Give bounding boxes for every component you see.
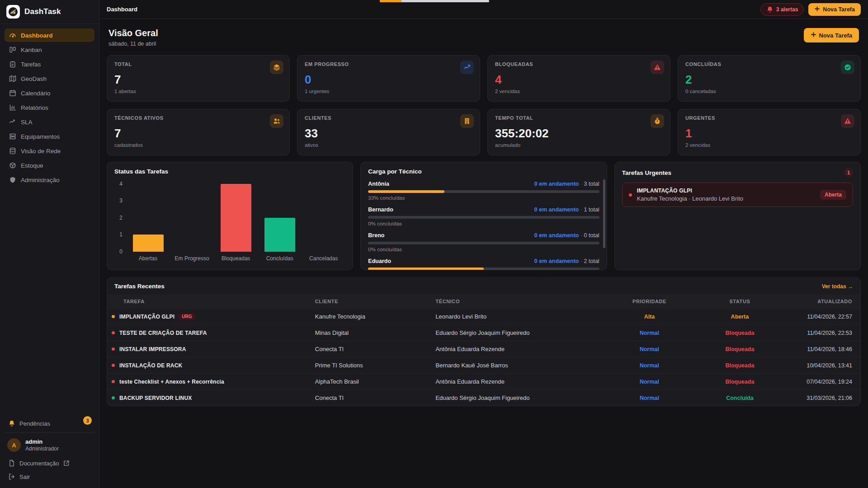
em-andamento-value: 0 em andamento xyxy=(534,206,579,213)
sidebar-item-label: GeoDash xyxy=(21,75,47,82)
status-chart-panel: Status das Tarefas 01234 AbertasEm Progr… xyxy=(107,162,353,270)
updated-cell: 10/04/2026, 13:41 xyxy=(785,357,860,374)
status-dot xyxy=(112,380,115,383)
server-icon xyxy=(9,133,16,140)
status-cell: Concluída xyxy=(694,390,785,406)
stat-card: TEMPO TOTAL355:20:02acumulado xyxy=(487,109,670,155)
recent-tasks-panel: Tarefas Recentes Ver todas → TAREFACLIEN… xyxy=(107,277,861,406)
sidebar-item-tarefas[interactable]: Tarefas xyxy=(5,57,94,71)
total-value: 3 total xyxy=(584,181,599,187)
user-profile[interactable]: A admin Administrador xyxy=(5,433,94,456)
app-logo[interactable]: DashTask xyxy=(0,0,99,24)
table-row[interactable]: TESTE DE CRIAÇÃO DE TAREFAMinas DigitalE… xyxy=(107,325,860,341)
sidebar-item-label: SLA xyxy=(21,119,33,126)
bell-icon xyxy=(8,420,15,427)
client-cell: Conecta TI xyxy=(311,341,431,357)
kanban-icon xyxy=(9,46,16,53)
sidebar-item-documentacao[interactable]: Documentação xyxy=(5,456,94,470)
em-andamento-value: 0 em andamento xyxy=(534,181,579,187)
sidebar-item-sair[interactable]: Sair xyxy=(5,470,94,483)
status-cell: Bloqueada xyxy=(694,341,785,357)
urgentes-panel: Tarefas Urgentes 1 IMPLANTAÇÃO GLPIKanuf… xyxy=(614,162,861,270)
table-row[interactable]: BACKUP SERVIDOR LINUXConecta TIEduardo S… xyxy=(107,390,860,406)
client-cell: Minas Digital xyxy=(311,325,431,341)
stat-card: TÉCNICOS ATIVOS7cadastrados xyxy=(107,109,290,155)
pct-concluidas: 0% concluídas xyxy=(368,221,599,226)
sidebar-item-sla[interactable]: SLA xyxy=(5,115,94,129)
stat-card: TOTAL71 abertas xyxy=(107,55,290,102)
x-tick-label: Em Progresso xyxy=(170,255,214,262)
sidebar-item-geodash[interactable]: GeoDash xyxy=(5,72,94,85)
table-row[interactable]: INSTALAÇÃO DE RACKPrime TI SolutionsBern… xyxy=(107,357,860,374)
y-tick-label: 0 xyxy=(119,249,123,255)
client-cell: Prime TI Solutions xyxy=(311,357,431,374)
stat-value: 33 xyxy=(305,127,472,141)
bar-concluídas xyxy=(264,218,295,252)
pendencias-badge: 3 xyxy=(83,416,92,425)
stat-sub: 2 vencidas xyxy=(495,89,663,94)
topbar: Dashboard 3 alertas Nova Tarefa xyxy=(99,0,868,19)
sidebar-item-relatorios[interactable]: Relatórios xyxy=(5,101,94,114)
table-row[interactable]: IMPLANTAÇÃO GLPIURGKanufre TecnologiaLeo… xyxy=(107,309,860,325)
plus-icon xyxy=(811,32,816,39)
tecnico-name: Breno xyxy=(368,232,384,239)
alerts-button[interactable]: 3 alertas xyxy=(760,3,804,16)
sidebar-item-estoque[interactable]: Estoque xyxy=(5,159,94,172)
document-icon xyxy=(8,460,15,467)
priority-cell: Normal xyxy=(604,374,695,390)
em-andamento-value: 0 em andamento xyxy=(534,258,579,264)
y-tick-label: 4 xyxy=(119,181,123,187)
sidebar-item-calendario[interactable]: Calendário xyxy=(5,86,94,100)
updated-cell: 07/04/2026, 19:24 xyxy=(785,374,860,390)
total-value: 1 total xyxy=(584,206,599,213)
stat-label: BLOQUEADAS xyxy=(495,61,663,67)
carga-scrollbar[interactable] xyxy=(603,179,605,248)
urgent-task-subtitle: Kanufre Tecnologia · Leonardo Levi Brito xyxy=(637,195,743,202)
sidebar-item-kanban[interactable]: Kanban xyxy=(5,43,94,56)
ver-todas-link[interactable]: Ver todas → xyxy=(822,283,853,290)
logout-icon xyxy=(8,473,15,480)
technician-cell: Leonardo Levi Brito xyxy=(431,309,604,325)
stat-value: 7 xyxy=(114,73,282,87)
bar-bloqueadas xyxy=(221,184,251,252)
sidebar-item-visao-de-rede[interactable]: Visão de Rede xyxy=(5,144,94,158)
new-task-label: Nova Tarefa xyxy=(823,6,855,13)
stat-value: 4 xyxy=(495,73,663,87)
sidebar-item-equipamentos[interactable]: Equipamentos xyxy=(5,130,94,143)
sidebar-item-administracao[interactable]: Administração xyxy=(5,173,94,187)
sair-label: Sair xyxy=(19,474,30,480)
sidebar-item-pendencias[interactable]: Pendências 3 xyxy=(5,416,94,433)
top-progress-bar xyxy=(380,0,489,2)
avatar: A xyxy=(7,438,21,452)
em-andamento-value: 0 em andamento xyxy=(534,232,579,239)
carga-title: Carga por Técnico xyxy=(368,168,599,175)
trend-up-icon xyxy=(460,61,474,74)
status-dot xyxy=(112,331,115,334)
urgent-task-card[interactable]: IMPLANTAÇÃO GLPIKanufre Tecnologia · Leo… xyxy=(622,183,853,207)
status-cell: Aberta xyxy=(694,309,785,325)
stat-sub: 1 urgentes xyxy=(305,89,472,94)
urg-badge: URG xyxy=(179,313,194,320)
status-dot xyxy=(112,315,115,318)
carga-item: Breno0 em andamento · 0 total0% concluíd… xyxy=(368,232,599,252)
bar-chart xyxy=(126,180,345,252)
urgentes-title: Tarefas Urgentes xyxy=(622,169,671,176)
users-icon xyxy=(270,114,283,128)
table-row[interactable]: teste Checklist + Anexos + RecorrênciaAl… xyxy=(107,374,860,390)
tecnico-name: Eduardo xyxy=(368,258,391,264)
status-dot xyxy=(112,396,115,399)
updated-cell: 11/04/2026, 22:57 xyxy=(785,309,860,325)
stat-label: CLIENTES xyxy=(305,115,472,121)
sidebar-item-dashboard[interactable]: Dashboard xyxy=(5,28,94,42)
technician-cell: Bernardo Kauê José Barros xyxy=(431,357,604,374)
stat-sub: acumulado xyxy=(495,142,663,148)
alerts-label: 3 alertas xyxy=(776,6,798,13)
sidebar-bottom: Pendências 3 A admin Administrador Docum… xyxy=(0,413,99,488)
tecnico-name: Antônia xyxy=(368,181,389,187)
stat-card: BLOQUEADAS42 vencidas xyxy=(487,55,670,102)
new-task-button-page[interactable]: Nova Tarefa xyxy=(804,28,859,42)
table-row[interactable]: INSTALAR IMPRESSORAConecta TIAntônia Edu… xyxy=(107,341,860,357)
y-tick-label: 2 xyxy=(119,215,123,221)
y-tick-label: 3 xyxy=(119,197,123,204)
new-task-button-topbar[interactable]: Nova Tarefa xyxy=(808,3,861,16)
